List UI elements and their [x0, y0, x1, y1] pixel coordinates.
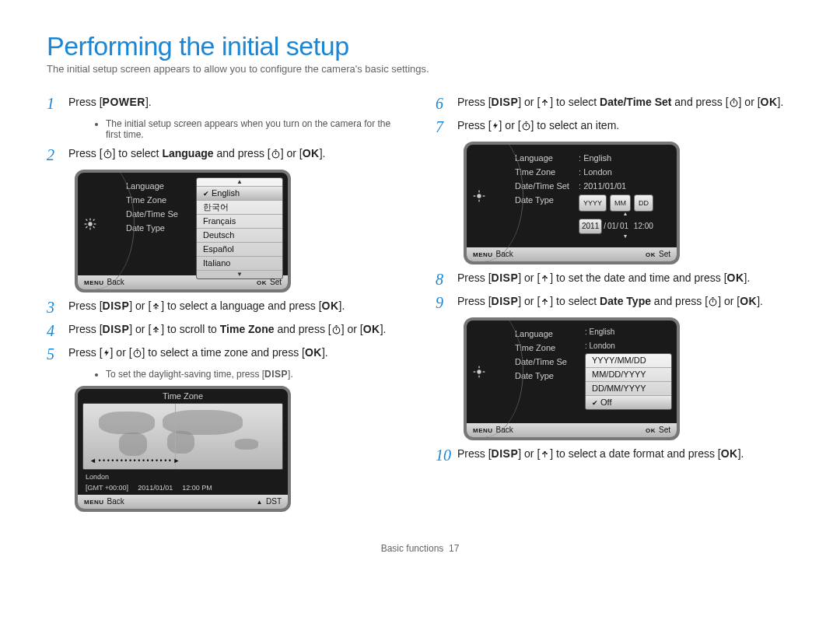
menu-item: Time Zone — [515, 165, 579, 179]
dropdown-option: Français — [197, 215, 282, 229]
svg-rect-27 — [733, 98, 734, 99]
scroll-down-icon: ▼ — [197, 271, 282, 278]
svg-point-35 — [544, 275, 546, 278]
date-year: 2011 — [579, 219, 602, 234]
page-title: Performing the initial setup — [47, 31, 793, 61]
svg-rect-29 — [525, 121, 527, 122]
tz-time: 12:00 PM — [182, 484, 212, 492]
dropdown-option: DD/MM/YYYY — [586, 382, 671, 396]
step-body: Press [POWER]. — [68, 95, 404, 110]
macro-icon — [540, 449, 550, 459]
ok-tag: OK — [257, 279, 267, 286]
scroll-up-icon: ▲ — [197, 178, 282, 187]
world-map: ◄ • • • • • • • • • • • • • • • • • ► — [82, 403, 283, 470]
check-icon: ✔ — [592, 399, 598, 407]
svg-rect-42 — [712, 297, 714, 298]
timer-icon — [708, 296, 718, 306]
date-header: YYYY — [579, 194, 607, 212]
menu-tag: MENU — [84, 499, 104, 506]
svg-rect-22 — [136, 349, 138, 349]
step-number: 7 — [436, 118, 450, 135]
lcd-datetype: Language Time Zone Date/Time Se Date Typ… — [464, 317, 680, 440]
svg-rect-20 — [335, 325, 337, 326]
svg-point-13 — [155, 303, 157, 306]
ok-tag: OK — [646, 251, 656, 258]
timer-icon — [331, 324, 341, 335]
flash-icon — [103, 348, 110, 358]
timer-icon — [271, 149, 281, 159]
timer-icon — [729, 97, 739, 107]
menu-item: Date/Time Se — [126, 207, 190, 221]
macro-icon — [540, 273, 550, 283]
svg-point-23 — [544, 100, 546, 102]
menu-item: Language — [515, 151, 579, 165]
ok-tag: OK — [646, 427, 656, 434]
lcd-language: Language Time Zone Date/Time Se Date Typ… — [75, 170, 291, 292]
step-number: 10 — [436, 447, 450, 464]
macro-icon — [151, 301, 161, 311]
macro-icon — [540, 296, 550, 306]
menu-item: Time Zone — [126, 193, 190, 207]
page-footer: Basic functions 17 — [47, 543, 793, 554]
dropdown-option: ✔Off — [586, 396, 671, 409]
step-note: To set the daylight-saving time, press [… — [106, 369, 404, 380]
dropdown-option: ✔English — [197, 187, 282, 201]
menu-item: Date Type — [515, 193, 579, 207]
menu-item: Language — [126, 179, 190, 193]
step-number: 6 — [436, 95, 450, 112]
tz-gmt: [GMT +00:00] — [86, 484, 128, 492]
set-label: Set — [659, 426, 670, 434]
flash-icon — [492, 121, 499, 131]
step-note: The initial setup screen appears when yo… — [106, 118, 404, 140]
timer-icon — [103, 149, 113, 159]
menu-item: Language — [515, 327, 579, 341]
up-arrow-icon: ▲ — [579, 212, 672, 216]
lcd-datetime: Language: English Time Zone: London Date… — [464, 142, 680, 264]
svg-point-38 — [544, 299, 546, 301]
svg-rect-3 — [275, 149, 276, 150]
check-icon: ✔ — [203, 190, 209, 198]
menu-item: Time Zone — [515, 341, 579, 355]
dropdown-option: 한국어 — [197, 201, 282, 215]
tz-date: 2011/01/01 — [138, 484, 173, 492]
dropdown-option: MM/DD/YYYY — [586, 368, 671, 382]
menu-item: Date Type — [515, 369, 579, 383]
step-number: 3 — [47, 299, 61, 316]
page-subtitle: The initial setup screen appears to allo… — [47, 63, 793, 75]
up-icon: ▲ — [257, 499, 263, 506]
date-header: MM — [610, 194, 631, 212]
svg-point-2 — [272, 151, 279, 158]
tz-title: Time Zone — [78, 389, 288, 403]
dropdown-option: Deutsch — [197, 229, 282, 243]
timer-icon — [521, 121, 531, 131]
svg-point-26 — [730, 100, 737, 107]
tz-city: London — [86, 473, 109, 481]
right-column: 6 Press [DISP] or [] to select Date/Time… — [436, 89, 793, 518]
svg-point-28 — [523, 123, 530, 130]
lcd-timezone: Time Zone ◄ • • • • • • • • • • • • • • … — [75, 386, 291, 512]
step-number: 1 — [47, 95, 61, 112]
dst-label: DST — [266, 497, 282, 506]
menu-item: Date/Time Set — [515, 179, 579, 193]
back-label: Back — [107, 497, 124, 506]
timer-icon — [132, 348, 142, 358]
menu-item: Date/Time Se — [515, 355, 579, 369]
svg-point-16 — [155, 327, 157, 329]
dropdown-option: Español — [197, 243, 282, 257]
svg-point-0 — [104, 151, 111, 158]
step-number: 9 — [436, 294, 450, 311]
step-number: 5 — [47, 345, 61, 363]
macro-icon — [540, 97, 550, 107]
language-dropdown: ▲ ✔English 한국어 Français Deutsch Español … — [196, 177, 283, 279]
step-number: 2 — [47, 146, 61, 163]
step-number: 8 — [436, 271, 450, 288]
date-header: DD — [634, 194, 653, 212]
step-number: 4 — [47, 322, 61, 339]
left-column: 1 Press [POWER]. The initial setup scree… — [47, 89, 404, 518]
macro-icon — [151, 324, 161, 335]
dropdown-option: Italiano — [197, 257, 282, 271]
set-label: Set — [270, 278, 282, 286]
menu-item: Date Type — [126, 221, 190, 235]
down-arrow-icon: ▼ — [579, 234, 672, 239]
dropdown-option: YYYY/MM/DD — [586, 354, 671, 368]
